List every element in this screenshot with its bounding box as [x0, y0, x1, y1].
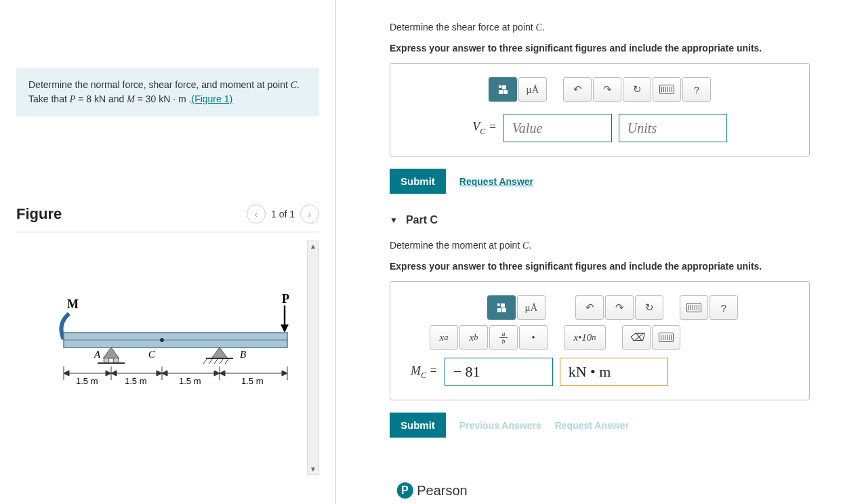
partc-question: Determine the moment at point C.: [390, 240, 837, 251]
partb-instruction: Express your answer to three significant…: [390, 43, 837, 54]
svg-line-15: [209, 358, 213, 364]
units-greek-button-c[interactable]: μÅ: [517, 295, 546, 320]
partc-answer-box: μÅ ↶ ↷ ↻ ? xa xb ab • x•10n: [390, 281, 810, 400]
svg-marker-37: [220, 371, 225, 376]
figure-nav: ‹ 1 of 1 ›: [247, 205, 319, 224]
caret-down-icon: ▼: [390, 215, 398, 225]
svg-point-10: [113, 358, 119, 363]
help-button[interactable]: ?: [682, 77, 711, 102]
keyboard-button-c[interactable]: [680, 295, 708, 320]
pearson-name: Pearson: [417, 483, 468, 499]
partc-previous-answers-link[interactable]: Previous Answers: [459, 420, 541, 431]
templates-icon: [497, 303, 506, 312]
mc-label: MC =: [411, 364, 438, 381]
help-button-c[interactable]: ?: [709, 295, 738, 320]
fraction-button[interactable]: ab: [489, 325, 518, 350]
partc-request-answer-link[interactable]: Request Answer: [555, 420, 629, 431]
vc-value-input[interactable]: [503, 114, 612, 142]
svg-marker-35: [214, 371, 220, 376]
undo-button[interactable]: ↶: [563, 77, 592, 102]
partc-submit-button[interactable]: Submit: [390, 413, 446, 438]
figure-canvas: M P A C B: [16, 232, 319, 483]
mc-value-input[interactable]: − 81: [445, 358, 553, 386]
partc-instruction: Express your answer to three significant…: [390, 261, 837, 272]
redo-button-c[interactable]: ↷: [605, 295, 634, 320]
undo-button-c[interactable]: ↶: [575, 295, 604, 320]
partc-title: Part C: [406, 214, 438, 226]
svg-text:1.5 m: 1.5 m: [76, 376, 98, 386]
keyboard-button[interactable]: [653, 77, 681, 102]
superscript-button[interactable]: xa: [430, 325, 458, 350]
svg-line-16: [214, 358, 218, 364]
vc-units-input[interactable]: [619, 114, 727, 142]
svg-marker-4: [281, 324, 289, 333]
figure-counter: 1 of 1: [271, 209, 295, 219]
figure-next-button[interactable]: ›: [300, 205, 319, 224]
mc-units-input[interactable]: kN • m: [560, 358, 668, 386]
svg-text:B: B: [240, 349, 246, 360]
svg-marker-8: [103, 348, 119, 358]
svg-text:C: C: [148, 349, 156, 360]
partb-submit-button[interactable]: Submit: [390, 169, 446, 194]
point-c: C: [291, 80, 297, 90]
units-greek-button[interactable]: μÅ: [518, 77, 547, 102]
svg-marker-38: [282, 371, 287, 376]
pearson-footer: P Pearson: [396, 482, 468, 499]
svg-point-9: [104, 358, 109, 363]
svg-line-18: [225, 358, 229, 364]
svg-marker-29: [106, 371, 111, 376]
scroll-up-icon[interactable]: ▲: [308, 241, 318, 251]
problem-text: Determine the normal force, shear force,…: [28, 79, 291, 90]
reset-button-c[interactable]: ↻: [635, 295, 663, 320]
svg-text:M: M: [67, 297, 79, 311]
svg-text:P: P: [282, 293, 289, 306]
redo-button[interactable]: ↷: [593, 77, 621, 102]
dot-button[interactable]: •: [519, 325, 548, 350]
svg-line-17: [220, 358, 224, 364]
figure-prev-button[interactable]: ‹: [247, 205, 266, 224]
keyboard-icon: [686, 303, 701, 312]
svg-marker-31: [111, 371, 117, 376]
svg-text:1.5 m: 1.5 m: [125, 376, 147, 386]
figure-link[interactable]: (Figure 1): [191, 93, 232, 104]
partb-question: Determine the shear force at point C.: [390, 22, 837, 33]
svg-marker-28: [64, 371, 69, 376]
templates-button[interactable]: [489, 77, 517, 102]
svg-marker-12: [211, 348, 228, 358]
keyboard-icon: [659, 333, 674, 342]
svg-text:1.5 m: 1.5 m: [179, 376, 201, 386]
figure-title: Figure: [16, 205, 62, 223]
problem-statement: Determine the normal force, shear force,…: [16, 68, 319, 117]
clear-button[interactable]: ⌫: [622, 325, 651, 350]
svg-marker-34: [162, 371, 167, 376]
svg-text:1.5 m: 1.5 m: [241, 376, 264, 386]
keyboard-icon: [659, 85, 674, 94]
templates-button-c[interactable]: [487, 295, 516, 320]
subscript-button[interactable]: xb: [459, 325, 488, 350]
keyboard-toggle-button[interactable]: [652, 325, 680, 350]
vc-label: VC =: [472, 120, 497, 137]
partb-request-answer-link[interactable]: Request Answer: [459, 176, 533, 187]
scroll-down-icon[interactable]: ▼: [308, 464, 318, 474]
partc-header[interactable]: ▼ Part C: [390, 214, 837, 226]
figure-scrollbar[interactable]: ▲ ▼: [307, 240, 319, 475]
scientific-button[interactable]: x•10n: [564, 325, 606, 350]
reset-button[interactable]: ↻: [623, 77, 651, 102]
svg-text:A: A: [94, 349, 101, 360]
pearson-logo-icon: P: [396, 482, 413, 499]
svg-marker-32: [157, 371, 162, 376]
beam-diagram: M P A C B: [37, 293, 301, 408]
svg-line-14: [203, 358, 207, 364]
templates-icon: [499, 85, 508, 94]
svg-point-7: [160, 338, 164, 342]
partb-answer-box: μÅ ↶ ↷ ↻ ? VC =: [390, 63, 810, 156]
